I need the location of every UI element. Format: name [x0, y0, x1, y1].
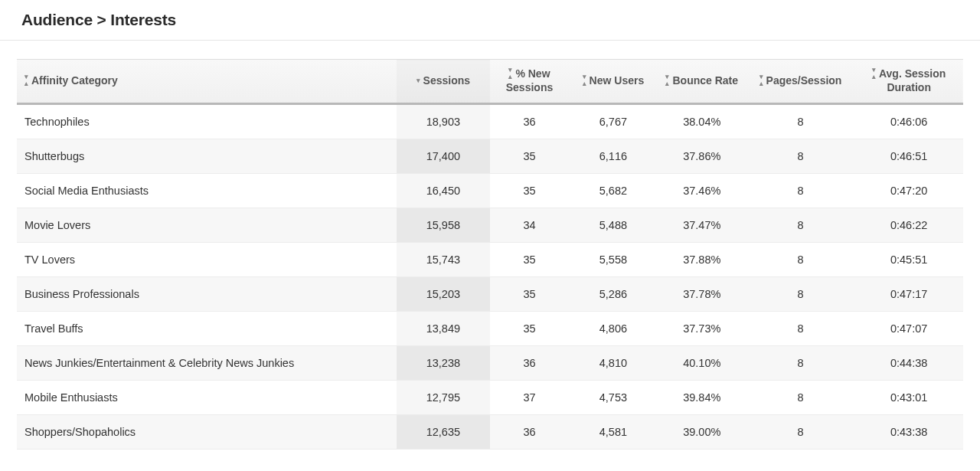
table-row[interactable]: Travel Buffs13,849354,80637.73%80:47:07: [17, 311, 963, 345]
cell-duration: 0:45:51: [854, 242, 963, 276]
cell-sessions: 18,903: [397, 103, 490, 139]
col-header-sessions[interactable]: ▾Sessions: [397, 60, 490, 104]
cell-pct-new: 35: [490, 139, 569, 173]
cell-bounce: 37.86%: [658, 139, 746, 173]
cell-new-users: 5,286: [569, 276, 658, 311]
cell-pct-new: 35: [490, 276, 569, 311]
cell-new-users: 4,581: [569, 414, 658, 449]
page-header: Audience > Interests: [0, 0, 980, 41]
table-row[interactable]: Business Professionals15,203355,28637.78…: [17, 276, 963, 311]
cell-sessions: 17,400: [397, 139, 490, 173]
table-row[interactable]: Movie Lovers15,958345,48837.47%80:46:22: [17, 208, 963, 242]
cell-bounce: 37.73%: [658, 311, 746, 345]
col-header-pct-new[interactable]: ▾▴% New Sessions: [490, 60, 569, 104]
cell-new-users: 6,767: [569, 103, 658, 139]
cell-bounce: 37.78%: [658, 276, 746, 311]
col-label: New Users: [590, 74, 645, 87]
col-label: Bounce Rate: [672, 74, 738, 87]
col-header-duration[interactable]: ▾▴Avg. Session Duration: [854, 60, 963, 104]
cell-sessions: 15,958: [397, 208, 490, 242]
cell-affinity: Shoppers/Shopaholics: [17, 414, 397, 449]
cell-pages: 8: [746, 242, 855, 276]
sort-both-icon: ▾▴: [583, 74, 586, 87]
sort-desc-icon: ▾: [416, 77, 420, 85]
cell-pct-new: 36: [490, 345, 569, 380]
cell-sessions: 13,238: [397, 345, 490, 380]
cell-duration: 0:47:07: [854, 311, 963, 345]
cell-new-users: 5,558: [569, 242, 658, 276]
col-label: Avg. Session Duration: [879, 67, 946, 93]
cell-affinity: Technophiles: [17, 103, 397, 139]
cell-new-users: 6,116: [569, 139, 658, 173]
cell-duration: 0:46:51: [854, 139, 963, 173]
table-row[interactable]: Social Media Enthusiasts16,450355,68237.…: [17, 173, 963, 208]
content-area: ▾▴Affinity Category ▾Sessions ▾▴% New Se…: [0, 41, 980, 450]
col-header-pages[interactable]: ▾▴Pages/Session: [746, 60, 855, 104]
cell-bounce: 37.47%: [658, 208, 746, 242]
sort-both-icon: ▾▴: [24, 74, 28, 87]
table-row[interactable]: Technophiles18,903366,76738.04%80:46:06: [17, 103, 963, 139]
sort-both-icon: ▾▴: [760, 74, 763, 87]
cell-pages: 8: [746, 208, 855, 242]
cell-sessions: 15,203: [397, 276, 490, 311]
cell-pages: 8: [746, 414, 855, 449]
cell-pages: 8: [746, 103, 855, 139]
cell-pages: 8: [746, 345, 855, 380]
cell-bounce: 37.46%: [658, 173, 746, 208]
cell-duration: 0:43:01: [854, 380, 963, 414]
table-row[interactable]: Shutterbugs17,400356,11637.86%80:46:51: [17, 139, 963, 173]
cell-duration: 0:46:22: [854, 208, 963, 242]
table-row[interactable]: Mobile Enthusiasts12,795374,75339.84%80:…: [17, 380, 963, 414]
table-row[interactable]: Shoppers/Shopaholics12,635364,58139.00%8…: [17, 414, 963, 449]
cell-pct-new: 34: [490, 208, 569, 242]
col-header-new-users[interactable]: ▾▴New Users: [569, 60, 658, 104]
col-label: % New Sessions: [506, 67, 553, 93]
table-row[interactable]: News Junkies/Entertainment & Celebrity N…: [17, 345, 963, 380]
cell-bounce: 38.04%: [658, 103, 746, 139]
cell-pages: 8: [746, 276, 855, 311]
cell-bounce: 39.00%: [658, 414, 746, 449]
table-body: Technophiles18,903366,76738.04%80:46:06S…: [17, 103, 963, 449]
cell-new-users: 5,682: [569, 173, 658, 208]
cell-new-users: 4,753: [569, 380, 658, 414]
sort-both-icon: ▾▴: [665, 74, 669, 87]
col-header-affinity[interactable]: ▾▴Affinity Category: [17, 60, 397, 104]
cell-pct-new: 35: [490, 173, 569, 208]
table-header-row: ▾▴Affinity Category ▾Sessions ▾▴% New Se…: [17, 60, 963, 104]
cell-affinity: Social Media Enthusiasts: [17, 173, 397, 208]
cell-sessions: 15,743: [397, 242, 490, 276]
cell-affinity: News Junkies/Entertainment & Celebrity N…: [17, 345, 397, 380]
cell-pages: 8: [746, 311, 855, 345]
cell-duration: 0:43:38: [854, 414, 963, 449]
cell-affinity: Travel Buffs: [17, 311, 397, 345]
cell-pages: 8: [746, 139, 855, 173]
interests-table: ▾▴Affinity Category ▾Sessions ▾▴% New Se…: [17, 59, 963, 450]
cell-pct-new: 36: [490, 414, 569, 449]
cell-affinity: TV Lovers: [17, 242, 397, 276]
cell-sessions: 13,849: [397, 311, 490, 345]
cell-bounce: 37.88%: [658, 242, 746, 276]
table-row[interactable]: TV Lovers15,743355,55837.88%80:45:51: [17, 242, 963, 276]
cell-new-users: 4,806: [569, 311, 658, 345]
col-header-bounce[interactable]: ▾▴Bounce Rate: [658, 60, 746, 104]
col-label: Pages/Session: [766, 74, 842, 87]
cell-affinity: Mobile Enthusiasts: [17, 380, 397, 414]
cell-bounce: 40.10%: [658, 345, 746, 380]
cell-pct-new: 35: [490, 311, 569, 345]
cell-duration: 0:47:20: [854, 173, 963, 208]
cell-duration: 0:47:17: [854, 276, 963, 311]
cell-affinity: Business Professionals: [17, 276, 397, 311]
cell-bounce: 39.84%: [658, 380, 746, 414]
page-title: Audience > Interests: [21, 11, 959, 29]
cell-new-users: 4,810: [569, 345, 658, 380]
cell-pct-new: 37: [490, 380, 569, 414]
cell-sessions: 12,795: [397, 380, 490, 414]
cell-sessions: 12,635: [397, 414, 490, 449]
cell-new-users: 5,488: [569, 208, 658, 242]
col-label: Sessions: [423, 74, 470, 87]
cell-pct-new: 35: [490, 242, 569, 276]
cell-affinity: Shutterbugs: [17, 139, 397, 173]
cell-duration: 0:46:06: [854, 103, 963, 139]
cell-duration: 0:44:38: [854, 345, 963, 380]
cell-pages: 8: [746, 380, 855, 414]
